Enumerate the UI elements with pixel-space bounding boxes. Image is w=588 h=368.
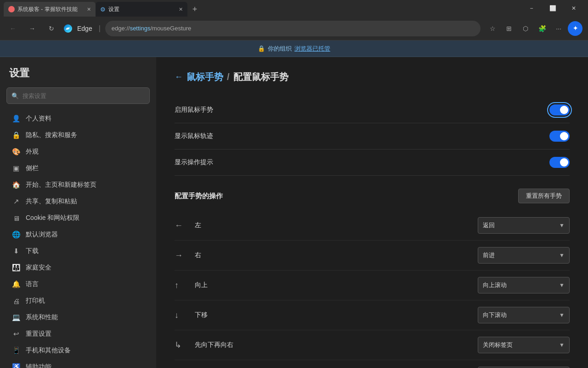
gesture-select-up[interactable]: 向上滚动 ▼	[478, 277, 570, 293]
gesture-select-right[interactable]: 前进 ▼	[478, 247, 570, 264]
toggles-container: 启用鼠标手势 显示鼠标轨迹 显示操作提示	[175, 97, 570, 176]
sidebar-item-appearance[interactable]: 🎨外观	[3, 144, 153, 160]
toggle-show-trail[interactable]	[549, 131, 570, 142]
window-controls: − ⬜ ✕	[521, 0, 584, 17]
sidebar-item-downloads[interactable]: ⬇下载	[3, 243, 153, 259]
sidebar: 设置 🔍 👤个人资料🔒隐私、搜索和服务🎨外观▣侧栏🏠开始、主页和新建标签页↗共享…	[0, 57, 156, 368]
titlebar: 系统极客 - 掌握软件技能 ✕ ⚙ 设置 ✕ + − ⬜ ✕	[0, 0, 588, 17]
search-input[interactable]	[23, 92, 145, 99]
nav-label-family: 家庭安全	[26, 264, 51, 272]
gesture-name-down-right: 先向下再向右	[195, 341, 469, 349]
copilot-button[interactable]: ✦	[568, 21, 582, 36]
minimize-button[interactable]: −	[521, 0, 542, 17]
edge-brand-label: Edge	[77, 25, 92, 32]
nav-label-start: 开始、主页和新建标签页	[26, 181, 96, 189]
gesture-arrow-up: ↑	[175, 281, 186, 290]
gesture-row-right: → 右 前进 ▼	[175, 241, 570, 270]
nav-label-mobile: 手机和其他设备	[26, 346, 71, 355]
toggle-show-hint[interactable]	[549, 157, 570, 168]
breadcrumb-current: 配置鼠标手势	[233, 71, 288, 83]
gesture-select-down[interactable]: 向下滚动 ▼	[478, 307, 570, 323]
chevron-down-icon-down-right: ▼	[559, 342, 565, 348]
back-button[interactable]: ←	[6, 21, 20, 36]
section-header: 配置手势的操作 重置所有手势	[175, 189, 570, 203]
gesture-row-down-right: ↳ 先向下再向右 关闭标签页 ▼	[175, 330, 570, 360]
collections-icon[interactable]: ⬡	[518, 21, 533, 36]
nav-icon-start: 🏠	[12, 181, 20, 189]
gestures-container: ← 左 返回 ▼ → 右 前进 ▼ ↑ 向上 向上滚动 ▼ ↓ 下移 向下滚动 …	[175, 211, 570, 368]
breadcrumb: ← 鼠标手势 / 配置鼠标手势	[175, 71, 570, 83]
tab1-favicon	[8, 6, 15, 12]
sidebar-item-default-browser[interactable]: 🌐默认浏览器	[3, 226, 153, 243]
maximize-button[interactable]: ⬜	[542, 0, 563, 17]
address-text: edge://settings/mouseGesture	[112, 25, 191, 32]
bookmark-icon[interactable]: ☆	[485, 21, 500, 36]
nav-icon-downloads: ⬇	[12, 247, 20, 255]
sidebar-item-printing[interactable]: 🖨打印机	[3, 293, 153, 309]
nav-label-system: 系统和性能	[26, 313, 58, 322]
sidebar-item-mobile[interactable]: 📱手机和其他设备	[3, 342, 153, 359]
tab-1[interactable]: 系统极客 - 掌握软件技能 ✕	[4, 2, 96, 17]
search-box[interactable]: 🔍	[6, 87, 150, 104]
tab1-close[interactable]: ✕	[87, 6, 91, 12]
sidebar-item-family[interactable]: 👨‍👩‍👧家庭安全	[3, 259, 153, 276]
sidebar-item-start[interactable]: 🏠开始、主页和新建标签页	[3, 177, 153, 193]
nav-icon-languages: 🔔	[12, 280, 20, 288]
nav-items: 👤个人资料🔒隐私、搜索和服务🎨外观▣侧栏🏠开始、主页和新建标签页↗共享、复制和粘…	[0, 110, 156, 368]
gesture-select-left[interactable]: 返回 ▼	[478, 217, 570, 234]
nav-label-reset: 重置设置	[26, 330, 51, 338]
nav-icon-system: 💻	[12, 313, 20, 322]
split-screen-icon[interactable]: ⊞	[502, 21, 516, 36]
chevron-down-icon-left: ▼	[559, 222, 565, 229]
more-tools-icon[interactable]: ···	[551, 21, 566, 36]
toggle-label-enable-gesture: 启用鼠标手势	[175, 106, 549, 114]
sidebar-title: 设置	[0, 66, 156, 87]
infobar-link[interactable]: 浏览器已托管	[294, 45, 330, 53]
tab1-label: 系统极客 - 掌握软件技能	[17, 6, 78, 13]
nav-icon-share: ↗	[12, 197, 20, 206]
sidebar-item-share[interactable]: ↗共享、复制和粘贴	[3, 193, 153, 210]
nav-icon-sidebar: ▣	[12, 164, 20, 172]
extensions-icon[interactable]: 🧩	[535, 21, 549, 36]
gesture-name-down: 下移	[195, 311, 469, 319]
toolbar-icons: ☆ ⊞ ⬡ 🧩 ··· ✦	[485, 21, 582, 36]
gesture-action-left: 返回	[483, 221, 495, 230]
sidebar-item-profile[interactable]: 👤个人资料	[3, 110, 153, 127]
address-bar-input[interactable]: edge://settings/mouseGesture	[105, 21, 481, 36]
toggle-row-show-hint: 显示操作提示	[175, 150, 570, 176]
nav-label-privacy: 隐私、搜索和服务	[26, 131, 77, 139]
sidebar-item-languages[interactable]: 🔔语言	[3, 276, 153, 293]
close-button[interactable]: ✕	[563, 0, 584, 17]
sidebar-item-privacy[interactable]: 🔒隐私、搜索和服务	[3, 127, 153, 144]
tab-2[interactable]: ⚙ 设置 ✕	[96, 2, 187, 17]
gesture-name-right: 右	[195, 251, 469, 259]
nav-label-accessibility: 辅助功能	[26, 363, 51, 368]
breadcrumb-back-button[interactable]: ←	[175, 72, 183, 82]
refresh-button[interactable]: ↻	[44, 21, 59, 36]
toggle-enable-gesture[interactable]	[549, 104, 570, 115]
gesture-row-down: ↓ 下移 向下滚动 ▼	[175, 300, 570, 330]
sidebar-item-reset[interactable]: ↩重置设置	[3, 326, 153, 342]
gesture-select-down-right[interactable]: 关闭标签页 ▼	[478, 337, 570, 353]
nav-icon-reset: ↩	[12, 330, 20, 338]
sidebar-item-system[interactable]: 💻系统和性能	[3, 309, 153, 326]
breadcrumb-link[interactable]: 鼠标手势	[187, 71, 223, 83]
gesture-action-up: 向上滚动	[483, 281, 507, 289]
tab2-close[interactable]: ✕	[179, 6, 183, 12]
toggle-label-show-trail: 显示鼠标轨迹	[175, 132, 549, 140]
gesture-name-left: 左	[195, 221, 469, 230]
toggle-row-show-trail: 显示鼠标轨迹	[175, 123, 570, 150]
gesture-row-left-up: ↰ 先向左再向上 重新打开已关闭的标签页 ▼	[175, 360, 570, 368]
infobar-message: 你的组织	[268, 45, 292, 53]
sidebar-item-sidebar[interactable]: ▣侧栏	[3, 160, 153, 177]
forward-button[interactable]: →	[25, 21, 40, 36]
new-tab-button[interactable]: +	[187, 2, 202, 17]
reset-all-button[interactable]: 重置所有手势	[518, 189, 570, 203]
sidebar-item-accessibility[interactable]: ♿辅助功能	[3, 359, 153, 368]
nav-icon-privacy: 🔒	[12, 131, 20, 139]
chevron-down-icon-down: ▼	[559, 312, 565, 318]
nav-label-sidebar: 侧栏	[26, 164, 39, 172]
sidebar-item-cookies[interactable]: 🖥Cookie 和网站权限	[3, 210, 153, 226]
divider: |	[99, 24, 101, 33]
breadcrumb-separator: /	[227, 72, 230, 82]
